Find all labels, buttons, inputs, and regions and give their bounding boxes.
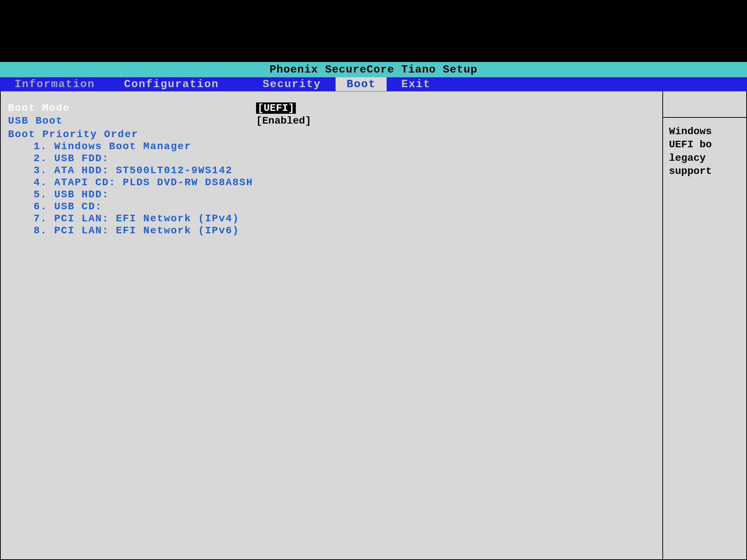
title-bar: Phoenix SecureCore Tiano Setup	[0, 62, 747, 77]
boot-priority-item[interactable]: 7. PCI LAN: EFI Network (IPv4)	[8, 213, 655, 224]
usb-boot-row[interactable]: USB Boot [Enabled]	[8, 115, 655, 127]
help-panel: Windows UEFI bo legacy support	[663, 91, 747, 560]
boot-mode-row[interactable]: Boot Mode [UEFI]	[8, 102, 655, 114]
help-text-line: support	[667, 165, 743, 178]
boot-priority-item[interactable]: 3. ATA HDD: ST500LT012-9WS142	[8, 165, 655, 176]
tab-exit[interactable]: Exit	[387, 77, 445, 91]
bios-title: Phoenix SecureCore Tiano Setup	[270, 63, 477, 76]
content-area: Boot Mode [UEFI] USB Boot [Enabled] Boot…	[0, 91, 747, 560]
boot-mode-label: Boot Mode	[8, 102, 256, 114]
help-text-line: Windows	[667, 125, 743, 138]
usb-boot-value: [Enabled]	[256, 115, 311, 127]
usb-boot-label: USB Boot	[8, 115, 256, 127]
boot-priority-heading: Boot Priority Order	[8, 129, 655, 140]
boot-priority-item[interactable]: 8. PCI LAN: EFI Network (IPv6)	[8, 225, 655, 236]
help-text-line: UEFI bo	[667, 138, 743, 151]
boot-priority-item[interactable]: 2. USB FDD:	[8, 153, 655, 164]
boot-priority-item[interactable]: 6. USB CD:	[8, 201, 655, 212]
boot-priority-item[interactable]: 1. Windows Boot Manager	[8, 141, 655, 152]
boot-priority-item[interactable]: 5. USB HDD:	[8, 189, 655, 200]
help-text-line: legacy	[667, 152, 743, 165]
tab-security[interactable]: Security	[248, 77, 336, 91]
boot-priority-item[interactable]: 4. ATAPI CD: PLDS DVD-RW DS8A8SH	[8, 177, 655, 188]
boot-mode-value: [UEFI]	[256, 102, 296, 114]
tab-boot[interactable]: Boot	[336, 77, 387, 91]
tab-bar: Information Configuration Security Boot …	[0, 77, 747, 91]
bios-screen: Phoenix SecureCore Tiano Setup Informati…	[0, 62, 747, 560]
help-divider	[663, 117, 746, 118]
main-panel: Boot Mode [UEFI] USB Boot [Enabled] Boot…	[0, 91, 663, 560]
tab-configuration[interactable]: Configuration	[109, 77, 233, 91]
tab-information[interactable]: Information	[0, 77, 109, 91]
